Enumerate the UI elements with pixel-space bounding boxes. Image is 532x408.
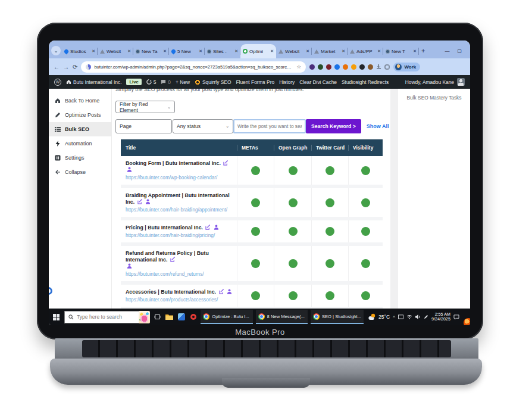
show-all-link[interactable]: Show All [367,123,389,129]
extension-icon[interactable] [309,64,315,70]
app-icon-blue[interactable] [177,311,186,323]
close-icon[interactable]: ✕ [413,49,417,54]
fluent-forms-menu[interactable]: Fluent Forms Pro [236,79,274,85]
maximize-button[interactable]: ▢ [457,48,462,54]
history-menu[interactable]: History [279,79,295,85]
edit-icon[interactable] [137,199,143,204]
extension-icon[interactable] [351,64,356,70]
new-content-button[interactable]: + New [176,79,190,85]
wifi-icon[interactable] [406,314,412,319]
author-person-icon[interactable] [145,199,151,204]
close-icon[interactable]: ✕ [306,49,309,54]
squirrly-seo-menu[interactable]: Squirrly SEO [195,79,231,85]
status-cell-twitter-card[interactable] [311,220,348,242]
download-icon[interactable] [376,64,381,70]
forward-button[interactable]: → [63,64,69,70]
opera-browser-icon[interactable] [189,311,198,323]
browser-tab[interactable]: New T✕ [383,44,419,58]
browser-tab[interactable]: Studios✕ [62,44,98,58]
status-cell-visibility[interactable] [348,285,383,307]
post-url[interactable]: https://butuinter.com/products/accessori… [126,297,233,303]
comments-button[interactable]: 0 [161,79,171,85]
status-cell-twitter-card[interactable] [311,246,348,281]
status-cell-twitter-card[interactable] [311,188,348,217]
sidebar-item-back-to-home[interactable]: Back To Home [49,94,111,108]
close-icon[interactable]: ✕ [270,49,274,54]
status-cell-metas[interactable] [237,285,274,307]
status-cell-twitter-card[interactable] [311,156,348,185]
search-keyword-button[interactable]: Search Keyword > [306,119,361,133]
window-tray-icon[interactable] [398,314,403,319]
filter-red-element-select[interactable]: Filter by Red Element ⌄ [115,101,175,113]
status-cell-open-graph[interactable] [274,220,311,242]
status-cell-open-graph[interactable] [274,285,311,307]
taskbar-window-optimize[interactable]: Optimize : Butu I... [201,310,252,324]
studiosight-redirects-menu[interactable]: Studiosight Redirects [342,79,389,85]
browser-tab-active[interactable]: Optimi✕ [240,44,276,58]
profile-chip[interactable]: Work [393,63,420,71]
extension-icon[interactable] [359,64,365,70]
status-cell-open-graph[interactable] [274,188,311,217]
browser-tab[interactable]: 5 New✕ [169,44,205,58]
extensions-puzzle-icon[interactable] [384,64,390,70]
edit-icon[interactable] [170,257,176,262]
extension-icon[interactable] [334,64,340,70]
status-select[interactable]: Any status ⌄ [173,119,233,133]
address-bar[interactable]: butuinter.com/wp-admin/admin.php?page=2&… [81,61,306,73]
author-person-icon[interactable] [127,167,132,172]
status-cell-visibility[interactable] [348,156,383,185]
taskbar-search-input[interactable] [77,314,136,320]
close-icon[interactable]: ✕ [342,49,345,54]
speaker-icon[interactable] [415,314,421,319]
close-icon[interactable]: ✕ [377,49,381,54]
status-cell-open-graph[interactable] [274,246,311,281]
clock-widget[interactable]: 2:55 AM 9/24/2025 [431,312,450,322]
taskbar-window-messages[interactable]: 8 New Message(... [256,310,308,324]
browser-tab[interactable]: Sites -✕ [205,44,240,58]
post-url[interactable]: https://butuinter.com/hair-braiding/pric… [126,233,233,238]
bookmark-star-icon[interactable]: ☆ [296,64,301,70]
close-icon[interactable]: ✕ [127,49,131,54]
status-cell-visibility[interactable] [348,188,383,217]
reload-button[interactable]: ⟳ [73,64,77,70]
tab-search-button[interactable]: ⌄ [51,46,61,55]
wordpress-logo-icon[interactable]: W [54,79,61,86]
status-cell-twitter-card[interactable] [311,285,348,307]
extension-icon[interactable] [343,64,348,70]
file-explorer-icon[interactable] [165,311,174,323]
status-cell-metas[interactable] [237,220,274,242]
back-button[interactable]: ← [54,64,60,70]
status-cell-metas[interactable] [237,188,274,217]
status-cell-visibility[interactable] [348,220,383,242]
clear-divi-cache-menu[interactable]: Clear Divi Cache [299,79,337,85]
edit-icon[interactable] [205,225,211,230]
site-menu[interactable]: Butu International Inc. [66,79,121,85]
author-person-icon[interactable] [227,289,232,294]
author-person-icon[interactable] [214,225,219,230]
browser-tab[interactable]: Websit✕ [276,44,312,58]
account-menu[interactable]: Howdy, Amadou Kane [405,78,465,86]
extension-icon[interactable] [318,64,323,70]
minimize-button[interactable]: — [445,48,449,54]
post-type-select[interactable]: Page [115,119,172,133]
weather-widget[interactable]: 25°C [368,313,390,320]
status-cell-metas[interactable] [237,246,274,281]
sidebar-item-optimize-posts[interactable]: Optimize Posts [49,108,111,122]
sidebar-item-automation[interactable]: Automation [49,136,111,151]
taskbar-window-seo[interactable]: SEO | Studiosight... [311,310,364,324]
search-highlight-icon[interactable] [139,311,150,323]
taskbar-search-box[interactable] [64,311,140,323]
updates-button[interactable]: 5 [146,79,157,85]
close-icon[interactable]: ✕ [163,49,167,54]
close-icon[interactable]: ✕ [234,49,238,54]
post-url[interactable]: https://butuinter.com/refund_returns/ [126,272,233,277]
sidebar-item-settings[interactable]: Settings [49,151,111,165]
show-hidden-icons-button[interactable]: ^ [393,314,395,320]
notification-center-icon[interactable] [453,314,459,320]
pen-icon[interactable] [424,314,428,319]
post-url[interactable]: https://butuinter.com/wp-booking-calenda… [126,175,233,180]
task-view-button[interactable] [153,311,162,323]
author-person-icon[interactable] [127,263,132,269]
post-search-input[interactable] [233,119,306,133]
extension-icon[interactable] [368,64,373,70]
